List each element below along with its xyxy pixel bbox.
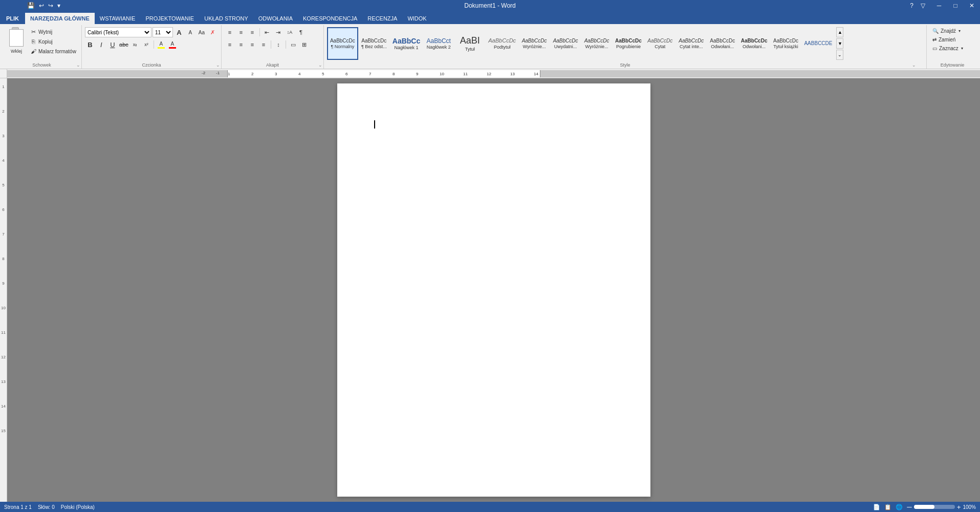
style-naglowek1[interactable]: AaBbCc Nagłówek 1	[390, 27, 423, 60]
sort-button[interactable]: ↕A	[285, 27, 295, 37]
style-naglowek2[interactable]: AaBbCct Nagłówek 2	[423, 27, 454, 60]
style-odwolanie-intensywne[interactable]: AaBbCcDc Odwołani...	[738, 27, 770, 60]
highlight-color-button[interactable]: A	[156, 39, 166, 50]
view-normal-button[interactable]: 📄	[873, 504, 880, 510]
align-center-button[interactable]: ≡	[236, 39, 246, 50]
document-page[interactable]	[337, 83, 650, 497]
tab-wstawianie[interactable]: WSTAWIANIE	[95, 13, 141, 24]
shrink-font-button[interactable]: A	[185, 27, 195, 37]
find-button[interactable]: 🔍 Znajdź ▾	[930, 27, 966, 35]
tab-plik[interactable]: PLIK	[0, 13, 25, 24]
style-more-button[interactable]: ⌄	[836, 50, 843, 60]
clear-formatting-button[interactable]: ✗	[208, 27, 218, 37]
increase-indent-button[interactable]: ⇥	[273, 27, 284, 37]
numbering-button[interactable]: ≡	[236, 27, 246, 37]
undo-icon[interactable]: ↩	[37, 2, 46, 9]
multilevel-list-button[interactable]: ≡	[247, 27, 257, 37]
select-button[interactable]: ▭ Zaznacz ▾	[930, 45, 966, 52]
font-color-button[interactable]: A	[167, 39, 178, 50]
subscript-button[interactable]: x₂	[130, 39, 140, 50]
tab-narzedzia-glowne[interactable]: NARZĘDZIA GŁÓWNE	[25, 13, 95, 24]
replace-button[interactable]: ⇄ Zamień	[930, 36, 966, 44]
style-odi-preview: AaBbCcDc	[741, 38, 768, 44]
redo-icon[interactable]: ↪	[47, 2, 55, 9]
align-right-button[interactable]: ≡	[247, 39, 257, 50]
tab-recenzja[interactable]: RECENZJA	[362, 13, 402, 24]
font-row-1: Calibri (Tekst) 11 A A Aa ✗	[85, 26, 218, 38]
select-dropdown-arrow: ▾	[961, 46, 963, 51]
style-normalny[interactable]: AaBbCcDc ¶ Normalny	[327, 27, 358, 60]
style-cytat[interactable]: AaBbCcDc Cytat	[645, 27, 676, 60]
shading-button[interactable]: ▭	[288, 39, 298, 50]
style-tytul[interactable]: AaBI Tytuł	[454, 27, 485, 60]
style-nag1-label: Nagłówek 1	[395, 45, 419, 50]
close-button[interactable]: ✕	[964, 0, 980, 11]
ribbon-display-button[interactable]: ▽	[914, 0, 931, 11]
style-podtytul[interactable]: AaBbCcDc Podtytuł	[486, 27, 518, 60]
cut-button[interactable]: ✂ Wytnij	[28, 27, 78, 36]
quick-access-toolbar: 💾 ↩ ↪ ▾	[26, 2, 62, 9]
zoom-slider[interactable]	[914, 505, 955, 509]
style-uwydatnienie[interactable]: AaBbCcDc Uwydatni...	[550, 27, 581, 60]
ribbon-group-czcionka: Calibri (Tekst) 11 A A Aa ✗ B I U abc x₂…	[82, 25, 222, 69]
customize-quick-access-icon[interactable]: ▾	[56, 2, 62, 9]
zoom-in-button[interactable]: +	[957, 503, 961, 511]
grow-font-button[interactable]: A	[174, 27, 184, 37]
replace-label: Zamień	[939, 37, 955, 42]
bold-button[interactable]: B	[85, 39, 95, 50]
style-odwolanie-subtelne[interactable]: AaBbCcDc Odwołani...	[707, 27, 738, 60]
view-reading-button[interactable]: 📋	[884, 504, 891, 510]
tab-uklad-strony[interactable]: UKŁAD STRONY	[199, 13, 253, 24]
format-painter-button[interactable]: 🖌 Malarz formatów	[28, 47, 78, 56]
style-mocne-wyroznienie[interactable]: AaBbCcDc Wyróżnie...	[581, 27, 612, 60]
tab-projektowanie[interactable]: PROJEKTOWANIE	[140, 13, 199, 24]
style-nag2-preview: AaBbCct	[427, 37, 451, 45]
align-left-button[interactable]: ≡	[225, 39, 235, 50]
italic-button[interactable]: I	[96, 39, 106, 50]
tab-odwolania[interactable]: ODWOŁANIA	[253, 13, 298, 24]
style-tytul-ksiazki[interactable]: AaBbCcDc Tytuł książki	[770, 27, 801, 60]
show-marks-button[interactable]: ¶	[296, 27, 306, 37]
borders-button[interactable]: ⊞	[299, 39, 310, 50]
schowek-expand-icon[interactable]: ⌄	[76, 62, 80, 68]
ribbon-body: Wklej ✂ Wytnij ⎘ Kopiuj 🖌 Malarz formató…	[0, 24, 980, 69]
text-cursor	[374, 120, 375, 129]
restore-button[interactable]: □	[947, 0, 964, 11]
tab-widok[interactable]: WIDOK	[402, 13, 431, 24]
line-spacing-button[interactable]: ↕	[273, 39, 284, 50]
font-family-select[interactable]: Calibri (Tekst)	[85, 27, 151, 37]
style-bez-odstepow[interactable]: AaBbCcDc ¶ Bez odst...	[359, 27, 389, 60]
help-button[interactable]: ?	[910, 2, 913, 9]
minimize-button[interactable]: ─	[931, 0, 947, 11]
paste-button[interactable]: Wklej	[5, 26, 28, 56]
tab-korespondencja[interactable]: KORESPONDENCJA	[298, 13, 362, 24]
style-expand-icon[interactable]: ⌄	[912, 62, 916, 68]
bullets-button[interactable]: ≡	[225, 27, 235, 37]
akapit-expand-icon[interactable]: ⌄	[318, 62, 322, 68]
superscript-button[interactable]: x²	[141, 39, 151, 50]
style-scroll-up[interactable]: ▲	[836, 27, 843, 37]
view-web-button[interactable]: 🌐	[896, 504, 903, 510]
style-cytat-intensywny[interactable]: AaBbCcDc Cytat inte...	[676, 27, 707, 60]
document-area[interactable]	[7, 78, 980, 502]
zoom-out-button[interactable]: ─	[907, 503, 911, 511]
czcionka-expand-icon[interactable]: ⌄	[216, 62, 220, 68]
change-case-button[interactable]: Aa	[197, 27, 207, 37]
style-wyroznienie[interactable]: AaBbCcDc Wyróżnie...	[519, 27, 550, 60]
save-icon[interactable]: 💾	[26, 2, 36, 9]
font-size-select[interactable]: 11	[153, 27, 173, 37]
style-scroll-down[interactable]: ▼	[836, 38, 843, 49]
style-aabbccdc[interactable]: AABBCCDΕ	[801, 27, 835, 60]
style-cyt-preview: AaBbCcDc	[647, 38, 672, 44]
ruler-tick-13: 14	[534, 72, 538, 76]
vruler-5: 5	[0, 182, 7, 206]
paste-label: Wklej	[11, 49, 22, 54]
vruler-top-margin	[0, 78, 7, 83]
strikethrough-button[interactable]: abc	[119, 39, 129, 50]
copy-button[interactable]: ⎘ Kopiuj	[28, 37, 78, 46]
style-pogrubienie[interactable]: AaBbCcDc Pogrubienie	[613, 27, 644, 60]
vruler-13: 13	[0, 378, 7, 403]
justify-button[interactable]: ≡	[258, 39, 269, 50]
underline-button[interactable]: U	[107, 39, 118, 50]
decrease-indent-button[interactable]: ⇤	[262, 27, 272, 37]
